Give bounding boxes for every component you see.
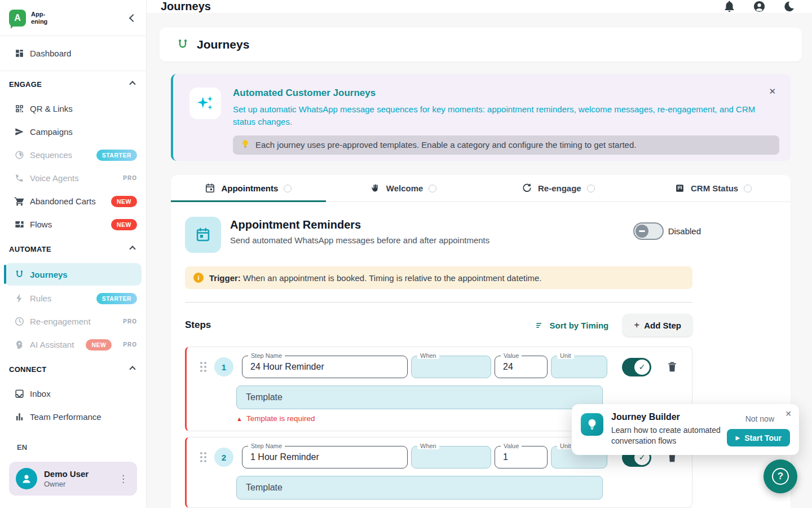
user-menu-dots-icon[interactable]: ⋮ [115, 471, 131, 487]
sort-by-timing-button[interactable]: Sort by Timing [535, 321, 608, 330]
tab-status-circle [429, 185, 436, 192]
sparkles-icon [189, 87, 221, 119]
not-now-button[interactable]: Not now [745, 414, 774, 423]
tab-appointments[interactable]: Appointments [171, 175, 326, 202]
sidebar-item-ai-assistant[interactable]: AI Assistant NEW PRO [0, 333, 146, 356]
page-title: Journeys [197, 38, 249, 51]
when-select[interactable]: When [411, 356, 491, 378]
account-icon[interactable] [753, 0, 766, 13]
sidebar-section-engage[interactable]: ENGAGE [0, 71, 146, 97]
add-step-button[interactable]: + Add Step [623, 314, 692, 336]
notifications-bell-icon[interactable] [723, 0, 736, 13]
template-select[interactable]: Template [236, 386, 603, 409]
template-select[interactable]: Template [236, 476, 603, 500]
sidebar-collapse-icon[interactable] [129, 14, 137, 21]
step-name-field[interactable]: Step Name [242, 446, 408, 468]
toggle-knob-check-icon: ✓ [634, 360, 650, 375]
value-field[interactable]: Value [495, 356, 548, 378]
sidebar-item-dashboard[interactable]: Dashboard [0, 36, 146, 71]
sidebar-item-flows[interactable]: Flows NEW [0, 213, 146, 236]
drag-handle-icon[interactable] [200, 452, 206, 462]
user-card[interactable]: Demo User Owner ⋮ [9, 462, 137, 496]
route-icon [14, 269, 25, 280]
banner-body: Set up automatic WhatsApp message sequen… [233, 103, 779, 128]
value-input[interactable] [495, 356, 547, 378]
delete-step-icon[interactable] [666, 361, 678, 373]
category-body: Appointment Reminders Send automated Wha… [171, 202, 791, 508]
banner-tip: Each journey uses pre-approved templates… [233, 135, 779, 155]
user-name: Demo User [44, 469, 89, 479]
tab-crm-status[interactable]: CRM Status [636, 175, 791, 202]
sidebar-item-label: Journeys [30, 270, 68, 279]
when-select[interactable]: When [411, 446, 491, 468]
unit-select[interactable]: Unit [551, 356, 607, 378]
sidebar-section-connect[interactable]: CONNECT [0, 356, 146, 382]
chevron-up-icon [129, 81, 135, 87]
popup-actions: Not now ▶ Start Tour [727, 412, 790, 447]
trigger-text: Trigger: When an appointment is booked. … [209, 273, 541, 283]
plus-icon: + [634, 319, 639, 331]
steps-toolbar: Steps Sort by Timing + Add Step [185, 314, 692, 336]
section-divider [185, 302, 692, 303]
tour-popup: Journey Builder Learn how to create auto… [572, 404, 799, 455]
page-title-card: Journeys [160, 28, 802, 62]
sidebar-item-qr-links[interactable]: QR & Links [0, 97, 146, 120]
category-toggle-state: Disabled [668, 226, 701, 236]
sidebar-item-inbox[interactable]: Inbox [0, 382, 146, 405]
lightning-icon [14, 293, 25, 304]
tab-re-engage[interactable]: Re-engage [481, 175, 636, 202]
start-tour-button[interactable]: ▶ Start Tour [727, 429, 790, 446]
step-name-field[interactable]: Step Name [242, 356, 408, 378]
flows-icon [14, 219, 25, 230]
sidebar-item-label: Campaigns [30, 127, 73, 137]
sidebar-header: A App- ening [0, 0, 146, 36]
category-title: Appointment Reminders [230, 218, 489, 231]
value-input[interactable] [495, 446, 547, 468]
brand-name: App- ening [31, 11, 47, 25]
sidebar-item-abandoned-carts[interactable]: Abandoned Carts NEW [0, 190, 146, 213]
popup-title: Journey Builder [611, 412, 727, 422]
trigger-alert: i Trigger: When an appointment is booked… [185, 266, 692, 289]
user-info: Demo User Owner [44, 469, 89, 488]
banner-close-icon[interactable]: ✕ [769, 86, 776, 97]
lightbulb-icon [241, 139, 250, 151]
app-root: A App- ening Dashboard ENGAGE QR & Links [0, 0, 812, 508]
sidebar-item-journeys[interactable]: Journeys [5, 263, 142, 286]
journeys-panel: Appointments Welcome Re-engage [171, 175, 791, 508]
brand-logo-icon: A [9, 10, 26, 27]
sidebar-item-label: Abandoned Carts [30, 196, 96, 206]
language-selector[interactable]: EN [17, 443, 137, 452]
sidebar-item-rules[interactable]: Rules STARTER [0, 287, 146, 310]
user-role: Owner [44, 480, 89, 488]
step-toggle[interactable]: ✓ [622, 358, 651, 376]
inbox-icon [14, 388, 25, 400]
sidebar-section-automate[interactable]: AUTOMATE [0, 236, 146, 262]
category-toggle[interactable] [633, 222, 664, 240]
sidebar-item-label: Re-engagement [30, 317, 91, 326]
tab-welcome[interactable]: Welcome [326, 175, 481, 202]
wave-hand-icon [370, 183, 381, 194]
dark-mode-moon-icon[interactable] [783, 0, 796, 13]
popup-body: Learn how to create automated conversati… [611, 425, 727, 446]
sidebar-item-label: Voice Agents [30, 173, 79, 183]
value-field[interactable]: Value [495, 446, 548, 468]
popup-close-icon[interactable]: ✕ [785, 409, 792, 418]
ai-assistant-icon [14, 339, 25, 351]
sidebar-item-voice-agents[interactable]: Voice Agents PRO [0, 167, 146, 190]
drag-handle-icon[interactable] [200, 362, 206, 372]
tab-label: CRM Status [691, 183, 738, 193]
banner-tip-text: Each journey uses pre-approved templates… [255, 140, 636, 150]
starter-badge: STARTER [96, 293, 137, 304]
step-name-input[interactable] [242, 446, 407, 468]
sidebar-active-wrap: Journeys [0, 262, 146, 287]
sidebar-item-re-engagement[interactable]: Re-engagement PRO [0, 310, 146, 333]
sidebar-item-team-performance[interactable]: Team Performance [0, 405, 146, 428]
sidebar-item-sequences[interactable]: Sequences STARTER [0, 143, 146, 167]
sidebar-item-campaigns[interactable]: Campaigns [0, 120, 146, 143]
step-name-input[interactable] [242, 356, 407, 378]
play-icon: ▶ [735, 435, 740, 441]
category-toggle-group: Disabled [633, 217, 701, 240]
help-button[interactable]: ? [764, 459, 797, 493]
sidebar: A App- ening Dashboard ENGAGE QR & Links [0, 0, 147, 508]
topbar: Journeys [147, 0, 812, 13]
